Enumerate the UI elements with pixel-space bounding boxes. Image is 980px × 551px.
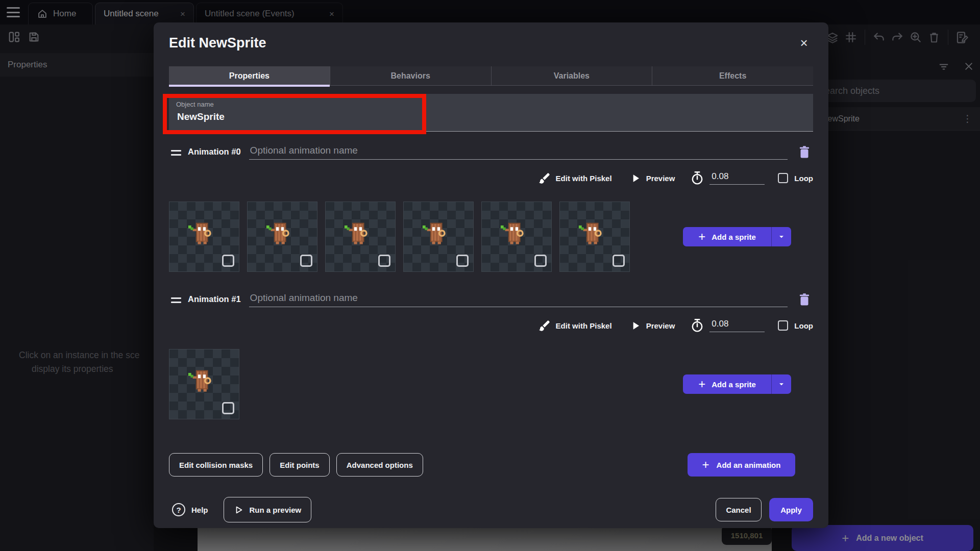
object-name-input[interactable] (176, 111, 482, 123)
animation-0-header: Animation #0 (169, 143, 813, 160)
loop-checkbox[interactable] (778, 320, 788, 331)
sprite-frame[interactable] (481, 202, 552, 272)
sprite-thumbnail (264, 218, 298, 252)
dialog-title: Edit NewSprite (169, 35, 813, 51)
play-icon (234, 505, 243, 515)
plus-icon: + (698, 378, 705, 390)
animation-0-tools: Edit with Piskel Preview Loop (169, 169, 813, 187)
delete-animation-button[interactable] (798, 293, 811, 307)
brush-icon (538, 172, 551, 185)
tab-variables[interactable]: Variables (492, 66, 653, 85)
dialog-footer: ? Help Run a preview Cancel Apply (169, 497, 813, 522)
edit-with-piskel-button[interactable]: Edit with Piskel (538, 172, 612, 185)
edit-with-piskel-label: Edit with Piskel (556, 321, 612, 330)
animation-1-header: Animation #1 (169, 291, 813, 307)
frame-select-checkbox[interactable] (222, 402, 234, 414)
sprite-thumbnail (186, 365, 219, 399)
animation-0-frames: + Add a sprite (169, 202, 813, 272)
play-icon (630, 320, 641, 331)
sprite-frame[interactable] (325, 202, 396, 272)
preview-label: Preview (646, 321, 675, 330)
preview-button[interactable]: Preview (630, 320, 675, 331)
add-sprite-button[interactable]: + Add a sprite (683, 374, 791, 394)
animation-1-tools: Edit with Piskel Preview Loop (169, 316, 813, 335)
time-between-frames-input[interactable] (709, 171, 765, 185)
stopwatch-icon (690, 170, 704, 186)
animation-title: Animation #1 (188, 294, 241, 307)
sprite-thumbnail (186, 218, 219, 252)
frame-select-checkbox[interactable] (534, 255, 547, 267)
plus-icon: + (702, 459, 709, 471)
loop-label: Loop (794, 321, 813, 330)
loop-checkbox[interactable] (778, 173, 788, 183)
help-label: Help (191, 506, 208, 514)
edit-collision-masks-button[interactable]: Edit collision masks (169, 453, 263, 477)
sprite-frame[interactable] (559, 202, 630, 272)
sprite-thumbnail (576, 218, 610, 252)
preview-button[interactable]: Preview (630, 173, 675, 184)
sprite-frame[interactable] (403, 202, 474, 272)
tab-effects[interactable]: Effects (652, 66, 813, 85)
add-sprite-button[interactable]: + Add a sprite (683, 227, 791, 246)
play-icon (630, 173, 641, 184)
run-preview-button[interactable]: Run a preview (224, 497, 312, 522)
add-animation-button[interactable]: + Add an animation (688, 453, 795, 477)
close-dialog-icon[interactable]: × (797, 36, 811, 50)
brush-icon (538, 319, 551, 332)
edit-points-button[interactable]: Edit points (270, 453, 330, 477)
edit-sprite-dialog: Edit NewSprite × Properties Behaviors Va… (154, 22, 828, 528)
animation-name-input[interactable] (249, 292, 788, 307)
frame-select-checkbox[interactable] (222, 255, 234, 267)
cancel-button[interactable]: Cancel (716, 498, 762, 521)
frame-select-checkbox[interactable] (300, 255, 312, 267)
edit-with-piskel-button[interactable]: Edit with Piskel (538, 319, 612, 332)
add-animation-label: Add an animation (717, 461, 781, 469)
animation-title: Animation #0 (188, 147, 241, 160)
chevron-down-icon (777, 380, 786, 388)
help-icon: ? (172, 503, 185, 516)
frame-select-checkbox[interactable] (612, 255, 625, 267)
apply-button[interactable]: Apply (769, 498, 813, 521)
drag-handle-icon[interactable] (171, 297, 181, 303)
sprite-thumbnail (498, 218, 532, 252)
time-between-frames-input[interactable] (709, 319, 765, 332)
chevron-down-icon (777, 233, 786, 241)
animation-name-input[interactable] (249, 145, 788, 160)
preview-label: Preview (646, 174, 675, 183)
edit-with-piskel-label: Edit with Piskel (556, 174, 612, 183)
sprite-frame[interactable] (169, 202, 239, 272)
sprite-actions-row: Edit collision masks Edit points Advance… (169, 453, 813, 477)
add-sprite-dropdown[interactable] (772, 227, 791, 246)
animation-1-frames: + Add a sprite (169, 349, 813, 419)
stopwatch-icon (690, 318, 704, 333)
help-button[interactable]: ? Help (169, 503, 208, 516)
sprite-thumbnail (420, 218, 454, 252)
tab-properties[interactable]: Properties (169, 66, 330, 85)
run-preview-label: Run a preview (250, 506, 302, 514)
frame-select-checkbox[interactable] (378, 255, 390, 267)
loop-label: Loop (794, 174, 813, 183)
tab-behaviors[interactable]: Behaviors (330, 66, 492, 85)
delete-animation-button[interactable] (798, 145, 811, 160)
object-name-label: Object name (176, 101, 813, 108)
add-sprite-dropdown[interactable] (772, 374, 791, 394)
advanced-options-button[interactable]: Advanced options (336, 453, 423, 477)
sprite-frame[interactable] (169, 349, 239, 419)
add-sprite-label: Add a sprite (712, 380, 756, 389)
frame-select-checkbox[interactable] (456, 255, 469, 267)
plus-icon: + (698, 231, 705, 243)
dialog-tabs: Properties Behaviors Variables Effects (169, 66, 813, 86)
sprite-frame[interactable] (247, 202, 317, 272)
object-name-field[interactable]: Object name (169, 94, 813, 132)
sprite-thumbnail (342, 218, 376, 252)
add-sprite-label: Add a sprite (712, 233, 756, 241)
drag-handle-icon[interactable] (171, 150, 181, 156)
